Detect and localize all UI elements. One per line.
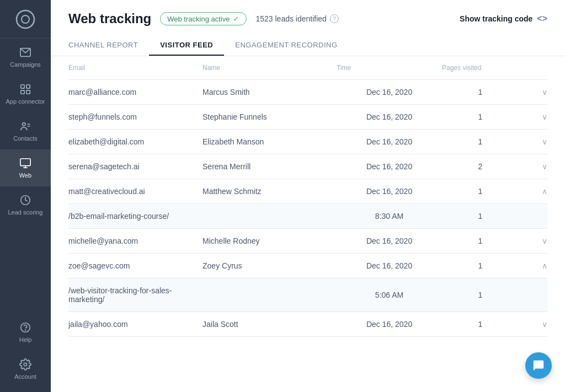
sidebar-item-label: Web bbox=[19, 172, 31, 179]
row-email: serena@sagetech.ai bbox=[68, 154, 202, 179]
help-circle-icon[interactable]: ? bbox=[330, 14, 339, 23]
table-row[interactable]: steph@funnels.com Stephanie Funnels Dec … bbox=[68, 105, 547, 130]
sidebar-item-label: Campaigns bbox=[10, 61, 41, 68]
table-row[interactable]: marc@alliance.com Marcus Smith Dec 16, 2… bbox=[68, 80, 547, 105]
sidebar-item-label: Help bbox=[19, 336, 32, 343]
sidebar-item-app-connector[interactable]: App connector bbox=[0, 76, 51, 112]
row-time: Dec 16, 2020 bbox=[337, 80, 442, 105]
sidebar-item-label: Contacts bbox=[13, 135, 37, 142]
sidebar-item-lead-scoring[interactable]: Lead scoring bbox=[0, 186, 51, 223]
col-header-pages: Pages visited bbox=[442, 56, 519, 80]
tab-bar: CHANNEL REPORT VISITOR FEED ENGAGEMENT R… bbox=[68, 35, 547, 56]
mail-icon bbox=[19, 46, 31, 58]
table-row[interactable]: elizabeth@digital.com Elizabeth Manson D… bbox=[68, 130, 547, 154]
row-pages: 2 bbox=[442, 154, 519, 179]
svg-point-0 bbox=[17, 10, 34, 28]
row-url-name bbox=[202, 204, 337, 229]
logo-icon bbox=[15, 9, 35, 29]
row-email: steph@funnels.com bbox=[68, 105, 202, 130]
leads-count-text: 1523 leads identified bbox=[255, 14, 326, 23]
svg-rect-8 bbox=[20, 159, 30, 166]
svg-point-7 bbox=[23, 123, 26, 126]
row-email: elizabeth@digital.com bbox=[68, 130, 202, 154]
row-time: Dec 16, 2020 bbox=[337, 312, 442, 337]
row-expand-button[interactable]: ∨ bbox=[519, 80, 547, 105]
sidebar-item-help[interactable]: Help bbox=[0, 314, 51, 351]
show-tracking-label: Show tracking code bbox=[460, 14, 532, 23]
row-pages: 1 bbox=[442, 229, 519, 254]
svg-rect-5 bbox=[21, 90, 24, 94]
show-tracking-code-button[interactable]: Show tracking code <> bbox=[460, 14, 547, 24]
table-row[interactable]: zoe@sagevc.com Zoey Cyrus Dec 16, 2020 1… bbox=[68, 254, 547, 278]
row-expand-button[interactable]: ∧ bbox=[519, 254, 547, 278]
row-email: matt@creativecloud.ai bbox=[68, 179, 202, 204]
table-row[interactable]: jaila@yahoo.com Jaila Scott Dec 16, 2020… bbox=[68, 312, 547, 337]
row-url-pages: 1 bbox=[442, 278, 519, 312]
row-pages: 1 bbox=[442, 179, 519, 204]
sidebar-item-web[interactable]: Web bbox=[0, 149, 51, 186]
row-time: Dec 16, 2020 bbox=[337, 229, 442, 254]
row-name: Jaila Scott bbox=[202, 312, 337, 337]
tracking-badge-text: Web tracking active bbox=[167, 15, 230, 23]
row-url-name bbox=[202, 278, 337, 312]
row-email: zoe@sagevc.com bbox=[68, 254, 202, 278]
row-email: jaila@yahoo.com bbox=[68, 312, 202, 337]
row-expand-button[interactable]: ∨ bbox=[519, 154, 547, 179]
contacts-icon bbox=[19, 120, 31, 132]
row-name: Elizabeth Manson bbox=[202, 130, 337, 154]
tab-engagement-recording[interactable]: ENGAGEMENT RECORDING bbox=[224, 35, 348, 56]
web-icon bbox=[19, 157, 31, 169]
row-url-action bbox=[519, 204, 547, 229]
row-expand-button[interactable]: ∨ bbox=[519, 312, 547, 337]
sidebar-item-account[interactable]: Account bbox=[0, 351, 51, 388]
table-row[interactable]: matt@creativecloud.ai Matthew Schmitz De… bbox=[68, 179, 547, 204]
code-brackets-icon: <> bbox=[537, 14, 547, 24]
chat-icon bbox=[532, 359, 545, 372]
sidebar: Campaigns App connector Contacts Web bbox=[0, 0, 51, 392]
check-icon: ✓ bbox=[233, 14, 239, 23]
visitor-table: Email Name Time Pages visited marc@allia… bbox=[68, 56, 547, 337]
sidebar-item-contacts[interactable]: Contacts bbox=[0, 112, 51, 149]
row-url-path: /web-visitor-tracking-for-sales-marketin… bbox=[68, 278, 202, 312]
table-row[interactable]: michelle@yana.com Michelle Rodney Dec 16… bbox=[68, 229, 547, 254]
row-name: Serena Merrill bbox=[202, 154, 337, 179]
row-time: Dec 16, 2020 bbox=[337, 154, 442, 179]
main-content: Web tracking Web tracking active ✓ 1523 … bbox=[51, 0, 565, 392]
table-row[interactable]: serena@sagetech.ai Serena Merrill Dec 16… bbox=[68, 154, 547, 179]
row-email: michelle@yana.com bbox=[68, 229, 202, 254]
lead-scoring-icon bbox=[19, 194, 31, 206]
table-row-url: /web-visitor-tracking-for-sales-marketin… bbox=[68, 278, 547, 312]
row-expand-button[interactable]: ∧ bbox=[519, 179, 547, 204]
row-time: Dec 16, 2020 bbox=[337, 179, 442, 204]
row-url-time: 8:30 AM bbox=[337, 204, 442, 229]
col-header-action bbox=[519, 56, 547, 80]
svg-point-14 bbox=[24, 363, 27, 366]
tab-channel-report[interactable]: CHANNEL REPORT bbox=[68, 35, 149, 56]
row-pages: 1 bbox=[442, 312, 519, 337]
page-header: Web tracking Web tracking active ✓ 1523 … bbox=[51, 0, 565, 56]
row-time: Dec 16, 2020 bbox=[337, 105, 442, 130]
row-email: marc@alliance.com bbox=[68, 80, 202, 105]
row-expand-button[interactable]: ∨ bbox=[519, 130, 547, 154]
account-icon bbox=[19, 358, 31, 370]
tab-visitor-feed[interactable]: VISITOR FEED bbox=[149, 35, 224, 56]
row-name: Michelle Rodney bbox=[202, 229, 337, 254]
row-pages: 1 bbox=[442, 254, 519, 278]
row-name: Stephanie Funnels bbox=[202, 105, 337, 130]
row-url-time: 5:06 AM bbox=[337, 278, 442, 312]
svg-point-1 bbox=[22, 15, 29, 23]
row-url-pages: 1 bbox=[442, 204, 519, 229]
row-pages: 1 bbox=[442, 105, 519, 130]
sidebar-item-campaigns[interactable]: Campaigns bbox=[0, 39, 51, 76]
row-name: Zoey Cyrus bbox=[202, 254, 337, 278]
tracking-status-badge: Web tracking active ✓ bbox=[160, 12, 247, 25]
sidebar-item-label: Account bbox=[14, 373, 36, 380]
row-expand-button[interactable]: ∨ bbox=[519, 229, 547, 254]
row-name: Marcus Smith bbox=[202, 80, 337, 105]
row-time: Dec 16, 2020 bbox=[337, 130, 442, 154]
row-expand-button[interactable]: ∨ bbox=[519, 105, 547, 130]
chat-button[interactable] bbox=[525, 352, 552, 379]
svg-rect-4 bbox=[26, 85, 30, 88]
svg-rect-6 bbox=[26, 90, 30, 94]
sidebar-item-label: Lead scoring bbox=[8, 209, 43, 216]
